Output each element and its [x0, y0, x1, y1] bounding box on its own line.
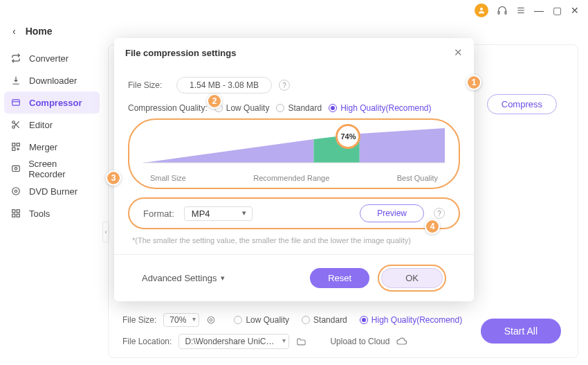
bottom-low-quality[interactable]: Low Quality [234, 315, 289, 325]
sidebar-item-label: Downloader [29, 75, 77, 86]
svg-point-20 [15, 190, 17, 193]
note-text: *(The smaller the setting value, the sma… [132, 236, 460, 244]
disc-icon [11, 186, 22, 196]
target-icon[interactable] [206, 315, 216, 325]
sidebar-item-dvd-burner[interactable]: DVD Burner [4, 180, 100, 202]
svg-rect-1 [498, 11, 499, 14]
tools-icon [11, 208, 22, 218]
page-title: Home [26, 26, 53, 37]
slider-label-small: Small Size [150, 174, 186, 182]
svg-point-27 [208, 317, 214, 323]
cloud-icon[interactable] [396, 336, 407, 347]
step-badge-2: 2 [207, 94, 222, 109]
svg-point-8 [12, 121, 15, 124]
sidebar-item-tools[interactable]: Tools [4, 202, 100, 224]
help-icon[interactable]: ? [279, 80, 290, 91]
filesize-label: File Size: [128, 80, 169, 90]
reset-button[interactable]: Reset [310, 268, 369, 288]
sidebar-item-merger[interactable]: Merger [4, 136, 100, 158]
slider-label-recommended: Recommended Range [253, 174, 329, 182]
menu-icon[interactable] [516, 6, 526, 15]
sidebar: Converter Downloader Compressor Editor M… [0, 42, 104, 365]
titlebar: — ▢ ✕ [0, 0, 588, 21]
back-button[interactable]: ‹ [12, 26, 16, 37]
close-window-button[interactable]: ✕ [570, 5, 580, 16]
sidebar-item-label: Compressor [29, 98, 82, 108]
sidebar-item-label: Screen Recorder [28, 159, 93, 179]
slider-thumb[interactable]: 74% [336, 124, 360, 149]
maximize-button[interactable]: ▢ [552, 5, 562, 16]
slider-label-best: Best Quality [397, 174, 438, 182]
svg-point-18 [15, 168, 17, 170]
upload-label: Upload to Cloud [330, 337, 389, 346]
svg-rect-22 [17, 210, 19, 213]
radio-high-quality[interactable]: High Quality(Recomend) [329, 103, 431, 113]
sidebar-item-label: DVD Burner [29, 186, 77, 197]
radio-standard[interactable]: Standard [276, 103, 322, 113]
recorder-icon [11, 164, 21, 174]
svg-point-19 [12, 188, 20, 195]
close-icon[interactable]: ✕ [454, 46, 463, 59]
quality-slider[interactable]: 74% Small Size Recommended Range Best Qu… [128, 118, 460, 189]
minimize-button[interactable]: — [534, 5, 544, 16]
advanced-settings-toggle[interactable]: Advanced Settings [142, 273, 225, 283]
svg-rect-21 [12, 210, 15, 213]
ok-button[interactable]: OK [381, 268, 443, 288]
sidebar-item-label: Editor [29, 120, 53, 130]
sidebar-item-label: Merger [29, 142, 57, 152]
merger-icon [11, 142, 22, 152]
bottom-filesize-select[interactable]: 70% [163, 313, 199, 327]
filesize-value: 1.54 MB - 3.08 MB [176, 77, 272, 94]
format-select[interactable]: MP4 [184, 206, 252, 221]
svg-rect-23 [12, 214, 15, 217]
svg-rect-24 [17, 214, 19, 217]
svg-rect-12 [12, 143, 15, 146]
sidebar-item-label: Converter [29, 53, 68, 64]
help-icon[interactable]: ? [434, 208, 445, 219]
compress-panel: Compress [465, 94, 557, 114]
svg-marker-29 [143, 139, 313, 163]
step-badge-1: 1 [466, 75, 481, 90]
preview-button[interactable]: Preview [360, 204, 424, 222]
download-icon [11, 75, 22, 85]
quality-label: Compression Quality: [128, 103, 208, 113]
user-avatar[interactable] [475, 3, 488, 17]
step-badge-4: 4 [425, 219, 440, 234]
converter-icon [11, 53, 22, 63]
bottom-filesize-label: File Size: [122, 315, 156, 325]
svg-rect-14 [12, 148, 15, 150]
format-row: Format: MP4 Preview ? [128, 197, 460, 229]
sidebar-item-compressor[interactable]: Compressor [4, 91, 100, 114]
format-label: Format: [143, 208, 174, 219]
svg-point-9 [12, 126, 15, 129]
svg-marker-31 [360, 128, 445, 163]
headset-icon[interactable] [497, 5, 508, 16]
sidebar-item-downloader[interactable]: Downloader [4, 69, 100, 91]
svg-rect-13 [17, 143, 19, 146]
compress-button[interactable]: Compress [487, 94, 557, 114]
compression-settings-dialog: File compression settings ✕ File Size: 1… [114, 38, 474, 301]
step-badge-3: 3 [106, 170, 121, 186]
sidebar-item-converter[interactable]: Converter [4, 47, 100, 69]
start-all-button[interactable]: Start All [481, 319, 561, 344]
folder-icon[interactable] [296, 337, 306, 347]
dialog-title: File compression settings [125, 48, 236, 58]
svg-point-28 [210, 319, 213, 321]
compressor-icon [11, 98, 22, 107]
sidebar-item-editor[interactable]: Editor [4, 114, 100, 136]
bottom-bar: File Size: 70% Low Quality Standard High… [109, 308, 578, 357]
bottom-high-quality[interactable]: High Quality(Recomend) [360, 315, 462, 325]
sidebar-item-screen-recorder[interactable]: Screen Recorder [4, 158, 100, 180]
svg-rect-6 [12, 100, 20, 105]
svg-rect-2 [505, 11, 506, 14]
svg-rect-17 [12, 166, 20, 171]
sidebar-item-label: Tools [29, 208, 50, 219]
radio-low-quality[interactable]: Low Quality [214, 103, 270, 113]
scissors-icon [11, 120, 22, 130]
svg-point-0 [480, 8, 483, 10]
location-label: File Location: [122, 337, 172, 346]
bottom-standard[interactable]: Standard [302, 315, 347, 325]
location-input[interactable]: D:\Wondershare UniConverter 1 [178, 334, 289, 349]
